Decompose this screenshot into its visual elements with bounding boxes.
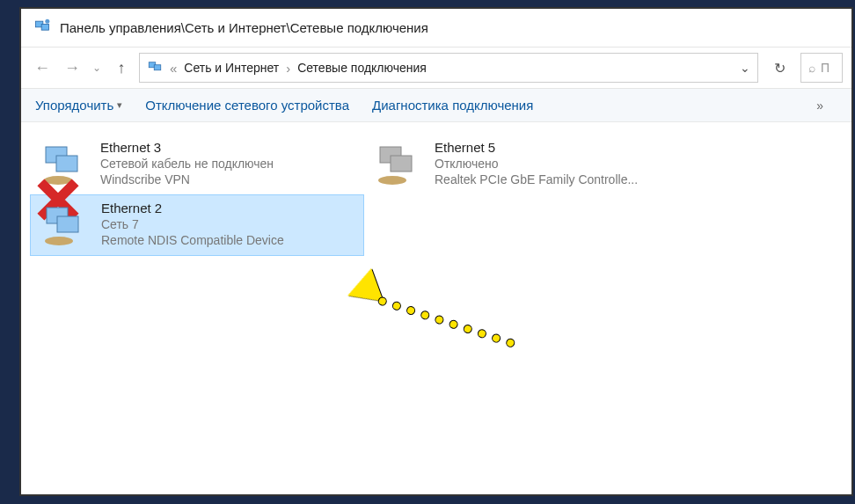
- svg-rect-6: [56, 156, 77, 172]
- diagnose-connection-button[interactable]: Диагностика подключения: [372, 98, 533, 113]
- connection-name: Ethernet 2: [101, 201, 284, 215]
- network-connections-icon: [33, 18, 51, 38]
- connection-device: Remote NDIS Compatible Device: [101, 233, 284, 247]
- network-connections-icon: [147, 59, 163, 77]
- search-input[interactable]: ⌕ П: [800, 53, 843, 83]
- connection-status: Сетевой кабель не подключен: [100, 157, 274, 171]
- refresh-button[interactable]: ↻: [764, 53, 795, 83]
- svg-point-2: [45, 19, 49, 24]
- toolbar: Упорядочить ▾ Отключение сетевого устрой…: [21, 89, 851, 122]
- svg-point-10: [378, 176, 406, 185]
- svg-rect-1: [41, 25, 48, 31]
- connections-list: Ethernet 3 Сетевой кабель не подключен W…: [21, 122, 851, 268]
- svg-point-13: [45, 237, 73, 245]
- chevron-down-icon: ▾: [117, 99, 122, 111]
- window-title: Панель управления\Сеть и Интернет\Сетевы…: [60, 20, 428, 35]
- disable-device-button[interactable]: Отключение сетевого устройства: [145, 98, 349, 113]
- connection-item-ethernet2[interactable]: Ethernet 2 Сеть 7 Remote NDIS Compatible…: [30, 194, 364, 256]
- svg-rect-9: [391, 156, 412, 172]
- nav-forward-button[interactable]: →: [60, 55, 84, 80]
- connection-info: Ethernet 3 Сетевой кабель не подключен W…: [100, 140, 274, 186]
- chevron-right-icon: ›: [286, 61, 290, 76]
- toolbar-overflow-button[interactable]: »: [816, 99, 823, 113]
- network-adapter-icon: [39, 140, 88, 189]
- breadcrumb-item-connections[interactable]: Сетевые подключения: [297, 61, 427, 75]
- breadcrumb: « Сеть и Интернет › Сетевые подключения: [170, 61, 733, 76]
- svg-rect-4: [154, 64, 161, 69]
- breadcrumb-item-network[interactable]: Сеть и Интернет: [184, 61, 279, 75]
- connection-device: Realtek PCIe GbE Family Controlle...: [435, 172, 638, 186]
- annotation-arrow: [347, 273, 378, 308]
- nav-history-dropdown[interactable]: ⌄: [90, 62, 104, 74]
- search-placeholder: П: [821, 61, 829, 75]
- connection-name: Ethernet 5: [435, 140, 638, 155]
- organize-label: Упорядочить: [35, 98, 113, 113]
- nav-back-button[interactable]: ←: [30, 55, 55, 80]
- nav-up-button[interactable]: ↑: [109, 55, 134, 80]
- connection-item-ethernet5[interactable]: Ethernet 5 Отключено Realtek PCIe GbE Fa…: [364, 135, 698, 194]
- explorer-window: Панель управления\Сеть и Интернет\Сетевы…: [19, 7, 853, 496]
- network-adapter-icon: [40, 201, 89, 250]
- breadcrumb-prefix: «: [170, 61, 177, 76]
- search-icon: ⌕: [808, 61, 815, 75]
- connection-info: Ethernet 2 Сеть 7 Remote NDIS Compatible…: [101, 201, 284, 247]
- svg-rect-12: [57, 216, 78, 232]
- titlebar: Панель управления\Сеть и Интернет\Сетевы…: [21, 9, 851, 47]
- address-bar[interactable]: « Сеть и Интернет › Сетевые подключения …: [139, 53, 758, 83]
- connection-device: Windscribe VPN: [100, 172, 274, 186]
- address-dropdown-button[interactable]: ⌄: [740, 61, 750, 75]
- connection-status: Сеть 7: [101, 217, 284, 231]
- organize-button[interactable]: Упорядочить ▾: [35, 98, 122, 113]
- connection-info: Ethernet 5 Отключено Realtek PCIe GbE Fa…: [435, 140, 638, 186]
- connection-item-ethernet3[interactable]: Ethernet 3 Сетевой кабель не подключен W…: [30, 135, 364, 194]
- navbar: ← → ⌄ ↑ « Сеть и Интернет › Сетевые подк…: [21, 47, 851, 89]
- disconnected-icon: [33, 175, 51, 193]
- network-adapter-icon: [373, 140, 422, 189]
- connection-name: Ethernet 3: [100, 140, 274, 155]
- connection-status: Отключено: [435, 157, 638, 171]
